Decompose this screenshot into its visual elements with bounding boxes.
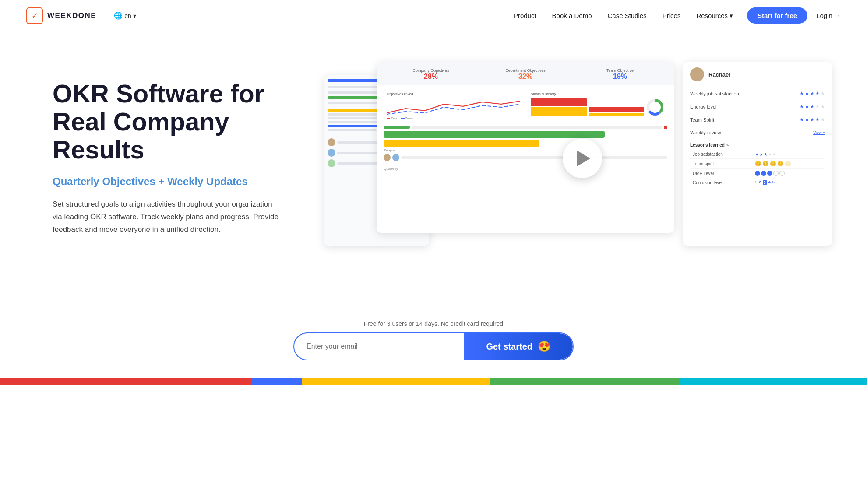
color-strip: [0, 378, 867, 385]
team-spirit-label: Team Spirit: [690, 117, 714, 122]
table-row: Team spirit 😊 😊 😊 😊 😊: [690, 159, 825, 169]
nav-product[interactable]: Product: [514, 12, 536, 19]
cta-free-text: Free for 3 users or 14 days. No credit c…: [364, 320, 503, 327]
lessons-learned-label: Lessons learned: [690, 143, 725, 147]
avatar: [690, 67, 704, 81]
team-spirit-emoji: 😊 😊 😊 😊 😊: [755, 161, 822, 167]
login-button[interactable]: Login →: [816, 12, 841, 19]
team-obj-pct: 19%: [576, 73, 664, 80]
weekly-job-sat-label: Weekly job satisfaction: [690, 91, 739, 96]
strip-green: [490, 378, 678, 385]
team-spirit-stars: ★ ★ ★ ★ ★: [800, 117, 825, 122]
strip-yellow: [302, 378, 490, 385]
weekly-review-row: Weekly review View »: [683, 126, 832, 139]
objectives-linked-label: Objectives linked: [387, 92, 520, 96]
profile-header: Rachael: [683, 62, 832, 87]
nav-prices[interactable]: Prices: [663, 12, 681, 19]
profile-panel: Rachael Weekly job satisfaction ★ ★ ★ ★ …: [683, 62, 832, 246]
team-spirit-row: Team Spirit ★ ★ ★ ★ ★: [683, 113, 832, 126]
umf-level-label: UMF Level: [690, 169, 752, 178]
start-for-free-button[interactable]: Start for free: [747, 7, 807, 24]
job-sat-label: Job satistaction: [690, 150, 752, 159]
logo-checkmark: ✓: [32, 11, 38, 21]
energy-level-row: Energy level ★ ★ ★ ★ ★: [683, 100, 832, 113]
hero-left: OKR Software for Real Company Results Qu…: [53, 66, 307, 236]
umf-dots: [755, 171, 822, 176]
weekly-job-sat-row: Weekly job satisfaction ★ ★ ★ ★ ★: [683, 87, 832, 100]
hero-subtitle: Quarterly Objectives + Weekly Updates: [53, 175, 307, 188]
nav-links: Product Book a Demo Case Studies Prices …: [514, 12, 733, 20]
language-label: en: [124, 12, 131, 19]
weekly-job-sat-stars: ★ ★ ★ ★ ★: [800, 91, 825, 96]
dashboard-preview: Company Objectives 28% Department Object…: [324, 62, 841, 255]
logo-icon: ✓: [26, 7, 43, 24]
dept-obj-pct: 32%: [482, 73, 569, 80]
company-obj-pct: 28%: [387, 73, 475, 80]
dept-obj-label: Department Objectives: [482, 68, 569, 73]
view-link[interactable]: View »: [813, 130, 825, 135]
logo-text: WEEKDONE: [47, 11, 96, 20]
logo[interactable]: ✓ WEEKDONE: [26, 7, 96, 24]
strip-red: [0, 378, 251, 385]
team-obj-label: Team Objective: [576, 68, 664, 73]
play-triangle-icon: [577, 150, 590, 166]
people-label: People: [384, 148, 667, 152]
globe-icon: 🌐: [114, 11, 123, 20]
cta-section: Free for 3 users or 14 days. No credit c…: [0, 303, 867, 360]
company-obj-label: Company Objectives: [387, 68, 475, 73]
cta-form: Get started 😍: [293, 332, 574, 360]
email-input[interactable]: [294, 333, 464, 360]
get-started-button[interactable]: Get started 😍: [464, 333, 573, 360]
team-spirit-label2: Team spirit: [690, 159, 752, 169]
profile-name: Rachael: [708, 71, 730, 78]
center-panel: Company Objectives 28% Department Object…: [377, 62, 674, 233]
lessons-table: Job satistaction ★ ★ ★ ★ ★: [690, 150, 825, 187]
nav-resources[interactable]: Resources ▾: [696, 12, 733, 20]
table-row: UMF Level: [690, 169, 825, 178]
energy-level-stars: ★ ★ ★ ★ ★: [800, 104, 825, 109]
chevron-down-icon: ▾: [730, 12, 733, 20]
energy-level-label: Energy level: [690, 104, 717, 109]
strip-blue: [251, 378, 302, 385]
hero-title: OKR Software for Real Company Results: [53, 80, 307, 163]
confusion-numbers: 1 2 3 4 5: [755, 180, 822, 185]
confusion-level-label: Confusion level: [690, 178, 752, 187]
table-row: Confusion level 1 2 3 4 5: [690, 178, 825, 187]
hero-body: Set structured goals to align activities…: [53, 198, 280, 236]
job-sat-rating: ★ ★ ★ ★ ★: [755, 152, 822, 157]
heart-emoji: 😍: [538, 340, 551, 353]
table-row: Job satistaction ★ ★ ★ ★ ★: [690, 150, 825, 159]
strip-cyan: [679, 378, 867, 385]
language-selector[interactable]: 🌐 en ▾: [114, 11, 136, 20]
nav-case-studies[interactable]: Case Studies: [607, 12, 646, 19]
quarterly-label: Quarterly: [377, 165, 674, 172]
hero-right: Company Objectives 28% Department Object…: [324, 62, 841, 255]
nav-book-demo[interactable]: Book a Demo: [552, 12, 592, 19]
weekly-review-label: Weekly review: [690, 130, 721, 135]
chevron-down-icon: ▾: [133, 12, 136, 19]
status-summary-label: Status summary: [531, 92, 664, 96]
play-button[interactable]: [563, 139, 602, 178]
hero-section: OKR Software for Real Company Results Qu…: [0, 32, 867, 303]
navbar: ✓ WEEKDONE 🌐 en ▾ Product Book a Demo Ca…: [0, 0, 867, 32]
